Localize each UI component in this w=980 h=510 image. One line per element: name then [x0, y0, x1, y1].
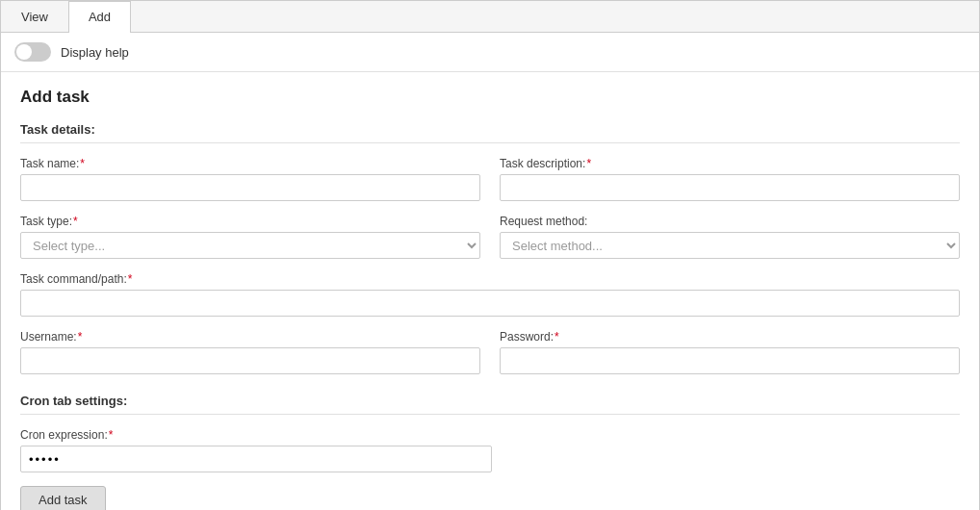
- page-title: Add task: [20, 88, 960, 107]
- username-label: Username:*: [20, 330, 480, 344]
- task-type-select[interactable]: Select type...: [20, 232, 480, 259]
- password-group: Password:*: [500, 330, 960, 374]
- task-name-group: Task name:*: [20, 157, 480, 201]
- task-name-label: Task name:*: [20, 157, 480, 170]
- help-bar: Display help: [1, 33, 979, 72]
- username-group: Username:*: [20, 330, 480, 374]
- task-name-required: *: [80, 157, 85, 170]
- task-description-input[interactable]: [500, 174, 960, 201]
- main-window: View Add Display help Add task Task deta…: [0, 0, 980, 510]
- display-help-label: Display help: [61, 45, 129, 60]
- task-name-input[interactable]: [20, 174, 480, 201]
- row-type-method: Task type:* Select type... Request metho…: [20, 215, 960, 259]
- task-type-required: *: [73, 215, 78, 228]
- task-command-path-group: Task command/path:*: [20, 272, 960, 317]
- task-description-label: Task description:*: [500, 157, 960, 170]
- task-description-group: Task description:*: [500, 157, 960, 201]
- row-username-password: Username:* Password:*: [20, 330, 960, 374]
- display-help-toggle[interactable]: [14, 42, 51, 62]
- password-input[interactable]: [500, 347, 960, 374]
- cron-expression-group: Cron expression:*: [20, 428, 960, 472]
- row-command-path: Task command/path:*: [20, 272, 960, 317]
- tab-view[interactable]: View: [1, 1, 68, 32]
- username-input[interactable]: [20, 347, 480, 374]
- row-name-description: Task name:* Task description:*: [20, 157, 960, 201]
- task-type-label: Task type:*: [20, 215, 480, 228]
- task-details-section-title: Task details:: [20, 122, 960, 143]
- task-description-required: *: [586, 157, 591, 170]
- task-details-section: Task details: Task name:* Task descripti…: [20, 122, 960, 374]
- request-method-group: Request method: Select method...: [500, 215, 960, 259]
- add-task-button[interactable]: Add task: [20, 486, 106, 510]
- password-label: Password:*: [500, 330, 960, 344]
- main-content: Add task Task details: Task name:* Task …: [1, 72, 979, 510]
- tab-add[interactable]: Add: [68, 1, 131, 33]
- request-method-label: Request method:: [500, 215, 960, 228]
- task-command-path-label: Task command/path:*: [20, 272, 960, 286]
- tab-bar: View Add: [1, 1, 979, 33]
- username-required: *: [78, 330, 83, 344]
- task-type-group: Task type:* Select type...: [20, 215, 480, 259]
- task-command-path-input[interactable]: [20, 290, 960, 317]
- cron-settings-section-title: Cron tab settings:: [20, 394, 960, 415]
- task-command-required: *: [128, 272, 133, 286]
- password-required: *: [554, 330, 559, 344]
- cron-expression-label: Cron expression:*: [20, 428, 960, 442]
- cron-settings-section: Cron tab settings: Cron expression:* Add…: [20, 394, 960, 510]
- request-method-select[interactable]: Select method...: [500, 232, 960, 259]
- cron-expression-input[interactable]: [20, 446, 492, 472]
- cron-expression-required: *: [109, 428, 114, 442]
